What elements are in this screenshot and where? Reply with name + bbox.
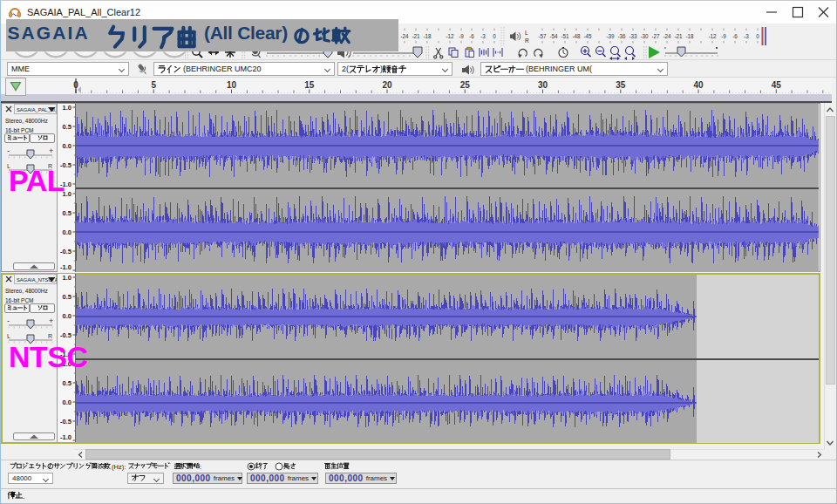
svg-text:20: 20 xyxy=(382,80,392,90)
svg-text:0.5: 0.5 xyxy=(63,209,71,217)
svg-text:R: R xyxy=(48,333,52,339)
svg-text:0.0: 0.0 xyxy=(63,312,71,320)
svg-text:1.0: 1.0 xyxy=(63,274,71,282)
svg-text:25: 25 xyxy=(460,80,471,90)
svg-text:16-bit PCM: 16-bit PCM xyxy=(5,127,34,133)
svg-text:30: 30 xyxy=(538,80,548,90)
svg-text:Stereo, 48000Hz: Stereo, 48000Hz xyxy=(5,288,48,294)
svg-text:0.5: 0.5 xyxy=(63,379,71,387)
svg-text:-: - xyxy=(7,317,10,325)
svg-text:10: 10 xyxy=(227,80,237,90)
svg-text:-: - xyxy=(7,146,10,155)
svg-text:35: 35 xyxy=(616,80,626,90)
svg-text:+: + xyxy=(49,146,53,155)
svg-text:5: 5 xyxy=(151,80,156,90)
svg-text:15: 15 xyxy=(304,80,315,90)
svg-text:-0.5: -0.5 xyxy=(60,418,71,426)
svg-text:-0.5: -0.5 xyxy=(60,331,71,339)
svg-text:L: L xyxy=(7,333,10,339)
svg-text:0.0: 0.0 xyxy=(63,142,71,150)
svg-text:0.5: 0.5 xyxy=(63,123,71,131)
svg-text:0.0: 0.0 xyxy=(63,228,71,236)
svg-text:1.0: 1.0 xyxy=(63,104,71,112)
svg-text:Stereo, 48000Hz: Stereo, 48000Hz xyxy=(5,118,48,124)
svg-text:0.5: 0.5 xyxy=(63,293,71,301)
svg-text:16-bit PCM: 16-bit PCM xyxy=(5,297,34,303)
svg-text:-1.0: -1.0 xyxy=(60,263,71,271)
svg-text:-1.0: -1.0 xyxy=(60,433,71,441)
svg-text:45: 45 xyxy=(772,80,782,90)
svg-text:40: 40 xyxy=(693,80,704,90)
svg-text:0.0: 0.0 xyxy=(63,398,71,406)
svg-text:-0.5: -0.5 xyxy=(60,248,71,255)
svg-text:+: + xyxy=(49,317,53,325)
